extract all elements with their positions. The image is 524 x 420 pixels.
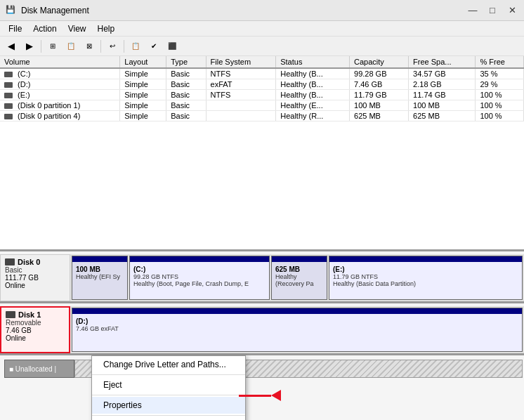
partition-efi[interactable]: 100 MB Healthy (EFI Sy (72, 256, 128, 300)
context-menu-help[interactable]: Help (92, 417, 245, 420)
cell-volume: (Disk 0 partition 4) (0, 111, 120, 122)
context-menu-sep-1 (92, 374, 245, 375)
cell-capacity: 11.79 GB (350, 90, 409, 100)
menu-help[interactable]: Help (92, 22, 121, 35)
col-layout: Layout (120, 56, 166, 68)
cell-filesystem: exFAT (206, 79, 276, 90)
toolbar-btn4[interactable]: ↩ (104, 39, 121, 54)
col-capacity: Capacity (350, 56, 409, 68)
toolbar-back[interactable]: ◀ (3, 39, 20, 54)
col-status: Status (276, 56, 350, 68)
cell-layout: Simple (120, 90, 166, 100)
unallocated-label: ■ Unallocated | (4, 360, 74, 378)
disk-1-type: Removable (6, 319, 65, 327)
cell-type: Basic (166, 79, 206, 90)
partition-recovery[interactable]: 625 MB Healthy (Recovery Pa (271, 256, 327, 300)
maximize-button[interactable]: □ (483, 3, 502, 18)
context-menu-properties[interactable]: Properties (92, 397, 245, 414)
context-menu-sep-3 (92, 415, 245, 416)
partition-e[interactable]: (E:) 11.79 GB NTFS Healthy (Basic Data P… (329, 256, 523, 300)
context-menu-sep-2 (92, 395, 245, 395)
cell-type: Basic (166, 100, 206, 111)
cell-free: 11.74 GB (409, 90, 476, 100)
cell-filesystem: NTFS (206, 68, 276, 79)
title-bar: 💾 Disk Management — □ ✕ (0, 0, 524, 21)
toolbar-btn3[interactable]: ⊠ (81, 39, 98, 54)
col-volume: Volume (0, 56, 120, 68)
properties-arrow (239, 388, 281, 402)
cell-layout: Simple (120, 100, 166, 111)
table-row[interactable]: (Disk 0 partition 4) Simple Basic Health… (0, 111, 524, 122)
partition-d[interactable]: (D:) 7.46 GB exFAT (72, 308, 523, 352)
table-row[interactable]: (E:) Simple Basic NTFS Healthy (B... 11.… (0, 90, 524, 100)
cell-pct: 100 % (476, 100, 524, 111)
cell-capacity: 99.28 GB (350, 68, 409, 79)
window-title: Disk Management (21, 6, 518, 15)
cell-volume: (E:) (0, 90, 120, 100)
cell-capacity: 625 MB (350, 111, 409, 122)
arrow-head (271, 390, 281, 401)
cell-filesystem: NTFS (206, 90, 276, 100)
toolbar-btn2[interactable]: 📋 (63, 39, 79, 54)
disk-area: Disk 0 Basic 111.77 GB Online 100 MB Hea… (0, 251, 524, 420)
context-menu-eject[interactable]: Eject (92, 376, 245, 393)
cell-type: Basic (166, 111, 206, 122)
col-filesystem: File System (206, 56, 276, 68)
arrow-line (239, 395, 271, 397)
cell-volume: (Disk 0 partition 1) (0, 100, 120, 111)
cell-layout: Simple (120, 79, 166, 90)
cell-volume: (D:) (0, 79, 120, 90)
toolbar-separator-2 (100, 40, 101, 53)
disk-row-1: Disk 1 Removable 7.46 GB Online (D:) 7.4… (0, 306, 524, 355)
cell-type: Basic (166, 90, 206, 100)
cell-capacity: 100 MB (350, 100, 409, 111)
disk-0-name: Disk 0 (18, 258, 40, 266)
table-row[interactable]: (C:) Simple Basic NTFS Healthy (B... 99.… (0, 68, 524, 79)
cell-free: 34.57 GB (409, 68, 476, 79)
disk-1-name: Disk 1 (18, 310, 41, 319)
arrow-container (239, 388, 281, 402)
toolbar-btn1[interactable]: ⊞ (44, 39, 61, 54)
toolbar-btn7[interactable]: ⬛ (164, 39, 181, 54)
disk-1-status: Online (6, 334, 65, 342)
cell-pct: 35 % (476, 68, 524, 79)
disk-row-0: Disk 0 Basic 111.77 GB Online 100 MB Hea… (0, 254, 524, 303)
table-row[interactable]: (Disk 0 partition 1) Simple Basic Health… (0, 100, 524, 111)
cell-pct: 100 % (476, 111, 524, 122)
disk-1-size: 7.46 GB (6, 327, 65, 334)
volume-table-area: Volume Layout Type File System Status Ca… (0, 56, 524, 251)
window-controls: — □ ✕ (464, 3, 521, 18)
cell-filesystem (206, 111, 276, 122)
menu-bar: File Action View Help (0, 21, 524, 37)
minimize-button[interactable]: — (464, 3, 482, 18)
menu-action[interactable]: Action (27, 22, 62, 35)
disk-0-partitions: 100 MB Healthy (EFI Sy (C:) 99.28 GB NTF… (70, 254, 524, 301)
menu-file[interactable]: File (3, 22, 27, 35)
disk-0-size: 111.77 GB (5, 274, 65, 282)
toolbar-btn6[interactable]: ✔ (145, 39, 162, 54)
toolbar: ◀ ▶ ⊞ 📋 ⊠ ↩ 📋 ✔ ⬛ (0, 37, 524, 56)
menu-view[interactable]: View (63, 22, 92, 35)
partition-c[interactable]: (C:) 99.28 GB NTFS Healthy (Boot, Page F… (129, 256, 270, 300)
main-content: Volume Layout Type File System Status Ca… (0, 56, 524, 420)
context-menu-change-drive[interactable]: Change Drive Letter and Paths... (92, 356, 245, 373)
cell-status: Healthy (B... (276, 68, 350, 79)
close-button[interactable]: ✕ (503, 3, 521, 18)
cell-capacity: 7.46 GB (350, 79, 409, 90)
col-free: Free Spa... (409, 56, 476, 68)
toolbar-forward[interactable]: ▶ (21, 39, 38, 54)
disk-1-label: Disk 1 Removable 7.46 GB Online (0, 306, 70, 353)
col-pct: % Free (476, 56, 524, 68)
app-icon: 💾 (6, 5, 17, 16)
cell-pct: 100 % (476, 90, 524, 100)
cell-filesystem (206, 100, 276, 111)
cell-layout: Simple (120, 111, 166, 122)
cell-free: 2.18 GB (409, 79, 476, 90)
cell-volume: (C:) (0, 68, 120, 79)
table-row[interactable]: (D:) Simple Basic exFAT Healthy (B... 7.… (0, 79, 524, 90)
toolbar-separator-3 (124, 40, 124, 53)
cell-status: Healthy (R... (276, 111, 350, 122)
cell-status: Healthy (E... (276, 100, 350, 111)
volume-table: Volume Layout Type File System Status Ca… (0, 56, 524, 122)
toolbar-btn5[interactable]: 📋 (127, 39, 144, 54)
